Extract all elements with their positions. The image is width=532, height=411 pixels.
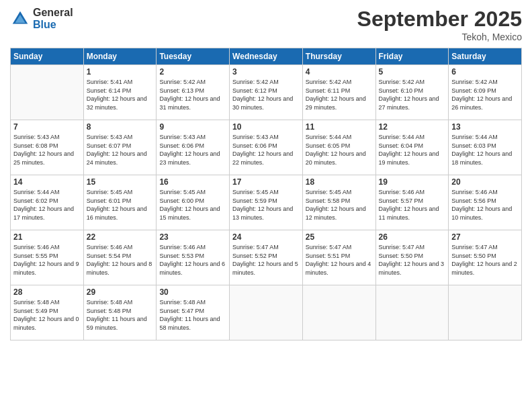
table-row: 28 Sunrise: 5:48 AMSunset: 5:49 PMDaylig… bbox=[11, 285, 84, 340]
table-row: 2 Sunrise: 5:42 AMSunset: 6:13 PMDayligh… bbox=[157, 65, 230, 120]
day-info: Sunrise: 5:47 AMSunset: 5:52 PMDaylight:… bbox=[232, 243, 300, 277]
table-row: 14 Sunrise: 5:44 AMSunset: 6:02 PMDaylig… bbox=[11, 175, 84, 230]
day-info: Sunrise: 5:45 AMSunset: 6:00 PMDaylight:… bbox=[159, 188, 226, 222]
calendar-row: 7 Sunrise: 5:43 AMSunset: 6:08 PMDayligh… bbox=[11, 120, 522, 175]
calendar: Sunday Monday Tuesday Wednesday Thursday… bbox=[10, 48, 522, 340]
table-row: 20 Sunrise: 5:46 AMSunset: 5:56 PMDaylig… bbox=[449, 175, 522, 230]
logo: General Blue bbox=[10, 7, 73, 30]
day-info: Sunrise: 5:46 AMSunset: 5:55 PMDaylight:… bbox=[13, 243, 81, 277]
day-number: 6 bbox=[451, 67, 519, 77]
day-info: Sunrise: 5:43 AMSunset: 6:06 PMDaylight:… bbox=[159, 133, 226, 167]
day-number: 22 bbox=[87, 232, 154, 242]
day-number: 8 bbox=[87, 122, 154, 132]
day-info: Sunrise: 5:44 AMSunset: 6:02 PMDaylight:… bbox=[13, 188, 81, 222]
calendar-row: 28 Sunrise: 5:48 AMSunset: 5:49 PMDaylig… bbox=[11, 285, 522, 340]
day-info: Sunrise: 5:48 AMSunset: 5:48 PMDaylight:… bbox=[87, 298, 154, 332]
header-thursday: Thursday bbox=[302, 48, 375, 65]
table-row: 9 Sunrise: 5:43 AMSunset: 6:06 PMDayligh… bbox=[157, 120, 230, 175]
day-number: 26 bbox=[379, 232, 446, 242]
day-info: Sunrise: 5:48 AMSunset: 5:49 PMDaylight:… bbox=[13, 298, 81, 332]
day-info: Sunrise: 5:42 AMSunset: 6:13 PMDaylight:… bbox=[159, 78, 226, 111]
day-number: 9 bbox=[159, 122, 226, 132]
day-number: 13 bbox=[451, 122, 519, 132]
day-number: 23 bbox=[159, 232, 226, 242]
table-row: 29 Sunrise: 5:48 AMSunset: 5:48 PMDaylig… bbox=[83, 285, 157, 340]
day-number: 17 bbox=[232, 177, 300, 187]
day-number: 30 bbox=[159, 287, 226, 297]
day-number: 24 bbox=[232, 232, 300, 242]
day-number: 2 bbox=[159, 67, 226, 77]
day-info: Sunrise: 5:44 AMSunset: 6:05 PMDaylight:… bbox=[306, 133, 373, 167]
day-info: Sunrise: 5:43 AMSunset: 6:07 PMDaylight:… bbox=[87, 133, 154, 167]
day-number: 11 bbox=[306, 122, 373, 132]
header: General Blue September 2025 Tekoh, Mexic… bbox=[10, 7, 522, 42]
day-info: Sunrise: 5:43 AMSunset: 6:08 PMDaylight:… bbox=[13, 133, 81, 167]
page: General Blue September 2025 Tekoh, Mexic… bbox=[0, 0, 532, 411]
logo-text: General Blue bbox=[33, 7, 73, 30]
day-info: Sunrise: 5:46 AMSunset: 5:54 PMDaylight:… bbox=[87, 243, 154, 277]
day-number: 18 bbox=[306, 177, 373, 187]
day-info: Sunrise: 5:43 AMSunset: 6:06 PMDaylight:… bbox=[232, 133, 300, 167]
day-number: 27 bbox=[451, 232, 519, 242]
day-info: Sunrise: 5:42 AMSunset: 6:10 PMDaylight:… bbox=[379, 78, 446, 111]
day-info: Sunrise: 5:42 AMSunset: 6:12 PMDaylight:… bbox=[232, 78, 300, 111]
day-info: Sunrise: 5:45 AMSunset: 6:01 PMDaylight:… bbox=[87, 188, 154, 222]
calendar-row: 14 Sunrise: 5:44 AMSunset: 6:02 PMDaylig… bbox=[11, 175, 522, 230]
header-sunday: Sunday bbox=[11, 48, 84, 65]
header-monday: Monday bbox=[83, 48, 157, 65]
table-row: 15 Sunrise: 5:45 AMSunset: 6:01 PMDaylig… bbox=[83, 175, 157, 230]
day-info: Sunrise: 5:47 AMSunset: 5:50 PMDaylight:… bbox=[379, 243, 446, 277]
table-row: 13 Sunrise: 5:44 AMSunset: 6:03 PMDaylig… bbox=[449, 120, 522, 175]
header-friday: Friday bbox=[375, 48, 449, 65]
day-info: Sunrise: 5:44 AMSunset: 6:04 PMDaylight:… bbox=[379, 133, 446, 167]
day-info: Sunrise: 5:42 AMSunset: 6:11 PMDaylight:… bbox=[306, 78, 373, 111]
table-row: 30 Sunrise: 5:48 AMSunset: 5:47 PMDaylig… bbox=[157, 285, 230, 340]
day-info: Sunrise: 5:46 AMSunset: 5:53 PMDaylight:… bbox=[159, 243, 226, 277]
header-tuesday: Tuesday bbox=[157, 48, 230, 65]
table-row: 25 Sunrise: 5:47 AMSunset: 5:51 PMDaylig… bbox=[302, 230, 375, 285]
day-number: 1 bbox=[87, 67, 154, 77]
table-row: 8 Sunrise: 5:43 AMSunset: 6:07 PMDayligh… bbox=[83, 120, 157, 175]
table-row: 4 Sunrise: 5:42 AMSunset: 6:11 PMDayligh… bbox=[302, 65, 375, 120]
day-info: Sunrise: 5:44 AMSunset: 6:03 PMDaylight:… bbox=[451, 133, 519, 167]
table-row: 3 Sunrise: 5:42 AMSunset: 6:12 PMDayligh… bbox=[230, 65, 303, 120]
table-row: 7 Sunrise: 5:43 AMSunset: 6:08 PMDayligh… bbox=[11, 120, 84, 175]
table-row: 24 Sunrise: 5:47 AMSunset: 5:52 PMDaylig… bbox=[230, 230, 303, 285]
month-title: September 2025 bbox=[357, 7, 522, 32]
day-info: Sunrise: 5:47 AMSunset: 5:51 PMDaylight:… bbox=[306, 243, 373, 277]
day-number: 15 bbox=[87, 177, 154, 187]
day-number: 14 bbox=[13, 177, 81, 187]
table-row bbox=[302, 285, 375, 340]
day-number: 7 bbox=[13, 122, 81, 132]
day-number: 16 bbox=[159, 177, 226, 187]
table-row: 6 Sunrise: 5:42 AMSunset: 6:09 PMDayligh… bbox=[449, 65, 522, 120]
day-info: Sunrise: 5:42 AMSunset: 6:09 PMDaylight:… bbox=[451, 78, 519, 111]
calendar-row: 21 Sunrise: 5:46 AMSunset: 5:55 PMDaylig… bbox=[11, 230, 522, 285]
day-number: 21 bbox=[13, 232, 81, 242]
table-row: 22 Sunrise: 5:46 AMSunset: 5:54 PMDaylig… bbox=[83, 230, 157, 285]
table-row: 12 Sunrise: 5:44 AMSunset: 6:04 PMDaylig… bbox=[375, 120, 449, 175]
table-row: 18 Sunrise: 5:45 AMSunset: 5:58 PMDaylig… bbox=[302, 175, 375, 230]
day-info: Sunrise: 5:46 AMSunset: 5:57 PMDaylight:… bbox=[379, 188, 446, 222]
table-row: 10 Sunrise: 5:43 AMSunset: 6:06 PMDaylig… bbox=[230, 120, 303, 175]
day-number: 12 bbox=[379, 122, 446, 132]
table-row: 1 Sunrise: 5:41 AMSunset: 6:14 PMDayligh… bbox=[83, 65, 157, 120]
header-saturday: Saturday bbox=[449, 48, 522, 65]
table-row: 27 Sunrise: 5:47 AMSunset: 5:50 PMDaylig… bbox=[449, 230, 522, 285]
table-row: 11 Sunrise: 5:44 AMSunset: 6:05 PMDaylig… bbox=[302, 120, 375, 175]
day-number: 28 bbox=[13, 287, 81, 297]
table-row bbox=[375, 285, 449, 340]
day-number: 3 bbox=[232, 67, 300, 77]
day-number: 29 bbox=[87, 287, 154, 297]
day-number: 4 bbox=[306, 67, 373, 77]
day-number: 19 bbox=[379, 177, 446, 187]
table-row bbox=[449, 285, 522, 340]
day-number: 5 bbox=[379, 67, 446, 77]
location: Tekoh, Mexico bbox=[357, 32, 522, 42]
title-block: September 2025 Tekoh, Mexico bbox=[357, 7, 522, 42]
day-info: Sunrise: 5:47 AMSunset: 5:50 PMDaylight:… bbox=[451, 243, 519, 277]
day-number: 10 bbox=[232, 122, 300, 132]
calendar-row: 1 Sunrise: 5:41 AMSunset: 6:14 PMDayligh… bbox=[11, 65, 522, 120]
day-info: Sunrise: 5:45 AMSunset: 5:58 PMDaylight:… bbox=[306, 188, 373, 222]
weekday-header-row: Sunday Monday Tuesday Wednesday Thursday… bbox=[11, 48, 522, 65]
